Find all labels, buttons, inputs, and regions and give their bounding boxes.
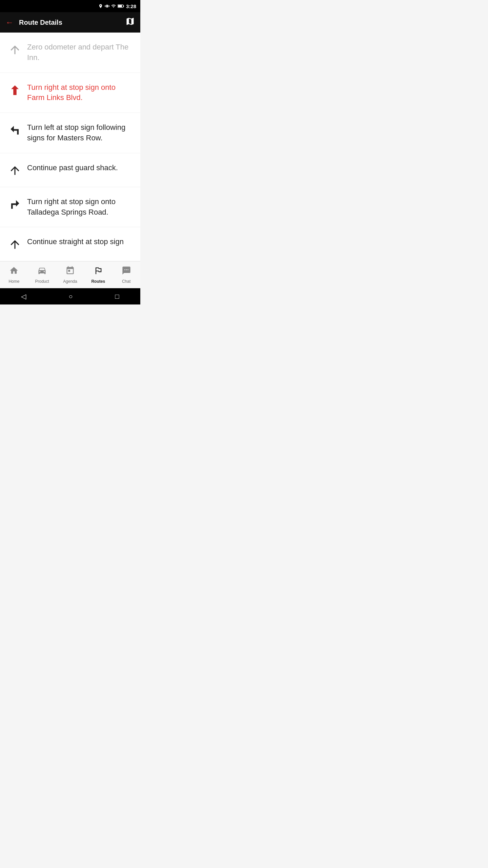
route-step-4: Continue past guard shack. <box>0 153 140 187</box>
status-bar: 3:28 <box>0 0 140 12</box>
step-4-icon <box>5 163 24 177</box>
route-step-6: Continue straight at stop sign <box>0 227 140 261</box>
route-step-5: Turn right at stop sign onto Talladega S… <box>0 187 140 228</box>
recents-system-button[interactable]: □ <box>115 293 119 300</box>
svg-rect-1 <box>123 5 124 7</box>
nav-home[interactable]: Home <box>0 261 28 288</box>
step-4-text: Continue past guard shack. <box>27 163 134 173</box>
location-icon <box>98 4 103 8</box>
route-step-3: Turn left at stop sign following signs f… <box>0 113 140 153</box>
step-6-icon <box>5 237 24 251</box>
nav-home-label: Home <box>8 279 19 284</box>
step-1-text: Zero odometer and depart The Inn. <box>27 42 134 63</box>
step-6-text: Continue straight at stop sign <box>27 237 134 247</box>
app-header: ← Route Details <box>0 12 140 33</box>
route-details-list: Zero odometer and depart The Inn. Turn r… <box>0 33 140 261</box>
step-1-icon <box>5 42 24 56</box>
map-button[interactable] <box>125 17 135 28</box>
agenda-icon <box>65 266 75 278</box>
status-time: 3:28 <box>126 3 136 9</box>
routes-icon <box>94 266 103 278</box>
bottom-nav: Home Product Agenda Routes Chat <box>0 261 140 288</box>
signal-icon <box>111 4 116 8</box>
back-system-button[interactable]: ◁ <box>21 292 26 300</box>
nav-product[interactable]: Product <box>28 261 56 288</box>
vibrate-icon <box>105 4 109 8</box>
step-3-text: Turn left at stop sign following signs f… <box>27 122 134 143</box>
system-nav-bar: ◁ ○ □ <box>0 288 140 304</box>
step-2-icon <box>5 82 24 97</box>
route-step-1: Zero odometer and depart The Inn. <box>0 33 140 73</box>
step-5-icon <box>5 197 24 211</box>
nav-agenda-label: Agenda <box>63 279 77 284</box>
nav-product-label: Product <box>35 279 49 284</box>
nav-routes[interactable]: Routes <box>84 261 112 288</box>
chat-icon <box>122 266 131 278</box>
home-icon <box>9 266 19 278</box>
nav-agenda[interactable]: Agenda <box>56 261 84 288</box>
back-button[interactable]: ← <box>5 18 18 27</box>
svg-rect-2 <box>118 5 122 7</box>
route-step-2: Turn right at stop sign onto Farm Links … <box>0 73 140 113</box>
step-2-text: Turn right at stop sign onto Farm Links … <box>27 82 134 103</box>
page-title: Route Details <box>19 19 125 26</box>
battery-icon <box>118 4 124 8</box>
nav-chat-label: Chat <box>122 279 130 284</box>
nav-routes-label: Routes <box>91 279 105 284</box>
home-system-button[interactable]: ○ <box>68 293 73 300</box>
status-icons: 3:28 <box>98 3 136 9</box>
step-3-icon <box>5 122 24 137</box>
car-icon <box>37 266 47 278</box>
nav-chat[interactable]: Chat <box>112 261 140 288</box>
step-5-text: Turn right at stop sign onto Talladega S… <box>27 197 134 218</box>
